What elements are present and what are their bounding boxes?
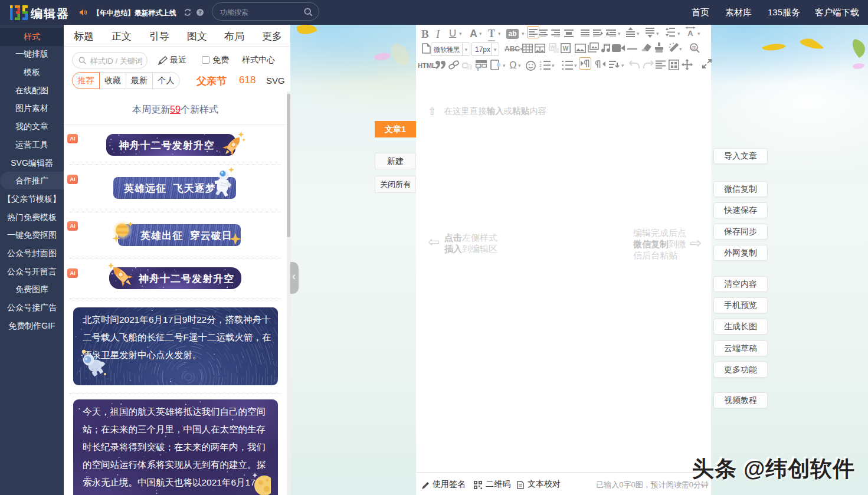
svg-text:T: T — [468, 64, 471, 70]
svg-text:?: ? — [198, 9, 202, 15]
svg-text:@: @ — [692, 45, 697, 51]
svg-text:A: A — [687, 29, 693, 37]
svg-text:W: W — [563, 45, 569, 52]
svg-text:3: 3 — [539, 67, 542, 70]
svg-text:T: T — [477, 67, 480, 71]
